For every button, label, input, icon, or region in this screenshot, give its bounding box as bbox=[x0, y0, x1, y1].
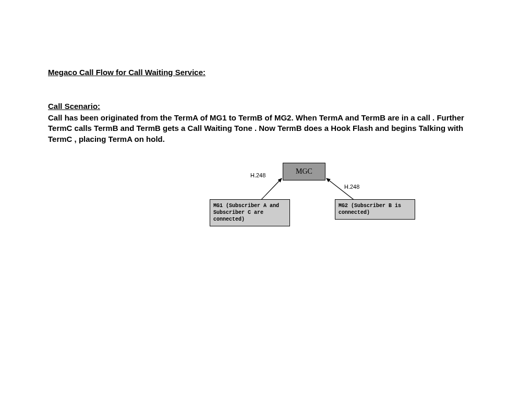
mg2-box: MG2 (Subscriber B is connected) bbox=[335, 199, 415, 220]
scenario-text: Call has been originated from the TermA … bbox=[48, 113, 484, 144]
document-title: Megaco Call Flow for Call Waiting Servic… bbox=[48, 68, 484, 77]
h248-label-left: H.248 bbox=[250, 172, 265, 178]
scenario-label: Call Scenario: bbox=[48, 102, 484, 111]
mg1-box: MG1 (Subscriber A and Subscriber C are c… bbox=[210, 199, 290, 226]
mgc-box: MGC bbox=[283, 163, 325, 180]
h248-label-right: H.248 bbox=[344, 184, 359, 190]
diagram-container: MGC H.248 H.248 MG1 (Subscriber A and Su… bbox=[163, 163, 424, 246]
